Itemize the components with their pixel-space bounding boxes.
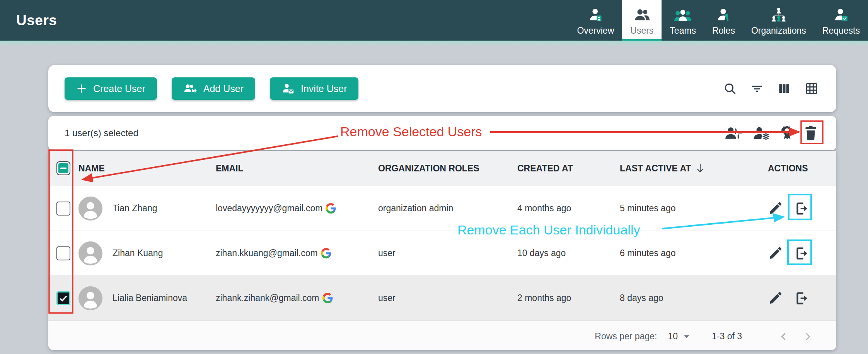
column-header-org-roles[interactable]: ORGANIZATION ROLES [378, 163, 517, 174]
remove-individual-icon[interactable] [794, 246, 809, 261]
tab-label: Roles [712, 26, 735, 36]
google-icon [326, 203, 336, 214]
tab-label: Users [630, 26, 653, 36]
page-range: 1-3 of 3 [712, 331, 742, 342]
user-email: lovedayyyyyyy@gmail.com [216, 203, 322, 214]
users-table: NAME EMAIL ORGANIZATION ROLES CREATED AT… [48, 151, 836, 350]
tab-organizations[interactable]: Organizations [743, 0, 814, 41]
tab-requests[interactable]: Requests [814, 0, 868, 41]
selection-bar: 1 user(s) selected [48, 116, 836, 150]
row-checkbox[interactable] [56, 202, 70, 215]
row-checkbox[interactable] [56, 291, 70, 305]
pagination-bar: Rows per page: 10 1-3 of 3 [48, 321, 836, 350]
next-page-button[interactable] [802, 331, 813, 342]
avatar [78, 241, 102, 265]
filter-icon[interactable] [750, 82, 764, 95]
prev-page-button[interactable] [778, 331, 789, 342]
invite-user-icon [281, 83, 295, 94]
plus-icon [76, 83, 87, 94]
last-active-at: 8 days ago [620, 293, 753, 303]
delete-icon[interactable] [804, 125, 818, 141]
org-role: user [378, 248, 517, 258]
user-email: zihan.kkuang@gmail.com [216, 248, 318, 258]
person-check-icon [833, 6, 849, 22]
rows-per-page-select[interactable]: 10 [668, 331, 690, 342]
table-row: Lialia Beniaminova zihank.zihank@gmail.c… [48, 276, 836, 321]
column-header-name[interactable]: NAME [78, 163, 216, 174]
column-header-last-active-at[interactable]: LAST ACTIVE AT [620, 163, 753, 174]
select-all-checkbox[interactable] [56, 161, 70, 175]
created-at: 2 months ago [517, 293, 620, 303]
tab-label: Overview [577, 26, 614, 36]
edit-icon[interactable] [768, 201, 783, 216]
google-icon [321, 248, 331, 258]
edit-icon[interactable] [768, 291, 783, 306]
org-role: user [378, 293, 517, 303]
rows-per-page-label: Rows per page: [595, 331, 657, 342]
row-checkbox[interactable] [56, 246, 70, 260]
user-name: Lialia Beniaminova [113, 293, 187, 303]
remove-individual-icon[interactable] [794, 291, 809, 306]
column-header-email[interactable]: EMAIL [216, 163, 378, 174]
remove-user-icon[interactable] [724, 126, 743, 140]
tab-label: Teams [670, 26, 696, 36]
page-title: Users [16, 12, 57, 29]
columns-icon[interactable] [778, 82, 791, 95]
people-icon [634, 6, 650, 22]
table-header-row: NAME EMAIL ORGANIZATION ROLES CREATED AT… [48, 151, 836, 186]
column-header-actions: ACTIONS [753, 163, 836, 174]
column-header-created-at[interactable]: CREATED AT [517, 163, 620, 174]
team-icon [674, 6, 692, 22]
user-name: Tian Zhang [113, 203, 157, 214]
google-icon [322, 293, 333, 303]
grid-icon[interactable] [805, 82, 819, 96]
add-user-button[interactable]: Add User [172, 77, 255, 100]
top-navigation: Overview Users Teams Roles Organizations [569, 0, 868, 41]
tab-users[interactable]: Users [622, 0, 662, 41]
user-email: zihank.zihank@gmail.com [216, 293, 319, 303]
add-user-icon [183, 83, 197, 94]
remove-individual-icon[interactable] [794, 201, 809, 216]
sort-desc-icon [696, 163, 704, 174]
selection-count: 1 user(s) selected [65, 128, 138, 139]
tab-label: Requests [822, 26, 860, 36]
edit-icon[interactable] [768, 246, 783, 261]
toolbar-card: Create User Add User Invite User [48, 65, 836, 112]
user-settings-icon[interactable] [753, 126, 771, 140]
award-icon[interactable] [781, 125, 794, 141]
user-name: Zihan Kuang [113, 248, 163, 258]
header-accent-strip [0, 41, 868, 46]
check-icon [59, 294, 68, 303]
chevron-down-icon [683, 334, 690, 339]
tab-roles[interactable]: Roles [704, 0, 743, 41]
tab-label: Organizations [751, 26, 806, 36]
table-row: Tian Zhang lovedayyyyyyy@gmail.com organ… [48, 186, 836, 231]
person-badge-icon [588, 6, 603, 22]
search-icon[interactable] [723, 82, 737, 95]
last-active-at: 6 minutes ago [620, 248, 753, 258]
last-active-at: 5 minutes ago [620, 203, 753, 214]
tab-teams[interactable]: Teams [662, 0, 704, 41]
create-user-button[interactable]: Create User [65, 77, 157, 100]
avatar [78, 197, 102, 221]
tab-overview[interactable]: Overview [569, 0, 622, 41]
indeterminate-minus-icon [60, 168, 67, 169]
org-hierarchy-icon [770, 6, 787, 22]
person-key-icon [716, 6, 732, 22]
avatar [78, 286, 102, 310]
invite-user-button[interactable]: Invite User [270, 77, 358, 100]
app-header: Users Overview Users Teams Roles [0, 0, 868, 41]
created-at: 4 months ago [517, 203, 620, 214]
created-at: 10 days ago [517, 248, 620, 258]
org-role: organization admin [378, 203, 517, 214]
table-row: Zihan Kuang zihan.kkuang@gmail.com user … [48, 231, 836, 276]
